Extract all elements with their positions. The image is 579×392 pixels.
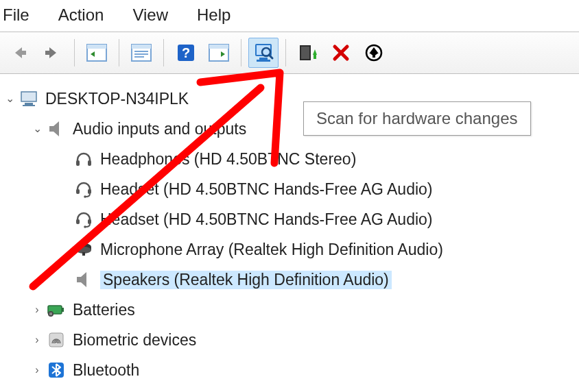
svg-rect-31: [23, 105, 35, 106]
svg-rect-20: [301, 47, 309, 59]
arrow-left-icon: [10, 43, 29, 62]
headset-icon: [73, 208, 95, 230]
tooltip: Scan for hardware changes: [303, 101, 531, 136]
svg-rect-6: [134, 53, 148, 55]
tree-item-label: Audio inputs and outputs: [73, 121, 246, 137]
menu-file[interactable]: File: [3, 5, 29, 25]
pane-action-icon: [209, 44, 229, 62]
svg-line-18: [269, 55, 272, 58]
svg-rect-30: [25, 103, 33, 105]
svg-rect-28: [373, 52, 375, 58]
toolbar-separator: [163, 39, 164, 66]
svg-rect-38: [76, 219, 80, 224]
tree-item-headset[interactable]: Headset (HD 4.50BTNC Hands-Free AG Audio…: [0, 204, 579, 234]
tree-item-label: Headset (HD 4.50BTNC Hands-Free AG Audio…: [100, 182, 432, 197]
toolbar-separator: [74, 39, 75, 66]
help-button[interactable]: ?: [171, 38, 201, 68]
arrow-right-icon: [43, 43, 62, 62]
speaker-icon: [73, 269, 95, 291]
uninstall-icon: [331, 43, 351, 62]
svg-rect-35: [76, 189, 80, 194]
show-hide-tree-button[interactable]: [82, 38, 112, 68]
svg-rect-39: [88, 219, 91, 224]
bluetooth-icon: [45, 359, 67, 381]
properties-icon: [131, 44, 152, 62]
menu-action[interactable]: Action: [58, 5, 104, 25]
speaker-icon: [45, 118, 67, 140]
tree-item-label: DESKTOP-N34IPLK: [45, 91, 189, 107]
menu-view[interactable]: View: [132, 5, 168, 25]
menu-bar: File Action View Help: [0, 0, 579, 32]
svg-marker-32: [49, 121, 59, 136]
svg-marker-27: [370, 47, 378, 53]
expand-icon[interactable]: ›: [30, 304, 44, 315]
tree-category-biometric[interactable]: › Biometric devices: [0, 325, 579, 355]
headphones-icon: [73, 148, 95, 170]
svg-point-40: [84, 225, 86, 228]
svg-rect-4: [132, 45, 151, 49]
svg-rect-15: [259, 58, 268, 60]
tooltip-text: Scan for hardware changes: [316, 109, 518, 127]
svg-rect-22: [314, 55, 316, 59]
tree-category-batteries[interactable]: › Batteries: [0, 295, 579, 325]
svg-rect-5: [134, 51, 148, 52]
scan-icon: [252, 42, 274, 63]
svg-rect-16: [257, 60, 270, 62]
microphone-icon: [73, 238, 95, 260]
tree-item-label: Headphones (HD 4.50BTNC Stereo): [100, 151, 356, 167]
tree-item-headset[interactable]: Headset (HD 4.50BTNC Hands-Free AG Audio…: [0, 174, 579, 204]
disable-button[interactable]: [359, 38, 389, 68]
svg-text:?: ?: [182, 45, 190, 60]
tree-item-label: Batteries: [73, 302, 135, 318]
tree-item-label: Bluetooth: [73, 363, 139, 378]
help-icon: ?: [176, 43, 196, 62]
properties-button[interactable]: [126, 38, 156, 68]
svg-point-37: [84, 195, 86, 198]
update-driver-button[interactable]: [293, 38, 323, 68]
battery-icon: [45, 299, 67, 321]
expand-icon[interactable]: ›: [30, 334, 44, 345]
svg-marker-45: [77, 272, 86, 287]
tree-item-speakers[interactable]: Speakers (Realtek High Definition Audio): [0, 265, 579, 295]
uninstall-button[interactable]: [326, 38, 356, 68]
svg-rect-50: [49, 333, 63, 347]
update-driver-icon: [298, 42, 318, 63]
svg-marker-21: [313, 49, 317, 55]
toolbar: ?: [0, 32, 579, 74]
svg-rect-1: [87, 45, 106, 49]
svg-rect-49: [49, 313, 52, 315]
svg-rect-36: [88, 189, 91, 194]
svg-rect-34: [88, 160, 91, 166]
tree-item-label: Headset (HD 4.50BTNC Hands-Free AG Audio…: [100, 212, 432, 228]
svg-rect-44: [82, 252, 85, 256]
collapse-icon[interactable]: ⌄: [3, 93, 16, 104]
back-button[interactable]: [4, 38, 34, 68]
tree-item-label: Microphone Array (Realtek High Definitio…: [100, 242, 443, 258]
toolbar-separator: [241, 39, 241, 66]
computer-icon: [18, 88, 40, 110]
pane-tree-icon: [86, 44, 107, 62]
tree-item-label: Biometric devices: [73, 332, 196, 348]
show-hide-action-button[interactable]: [204, 38, 234, 68]
forward-button[interactable]: [37, 38, 67, 68]
collapse-icon[interactable]: ⌄: [30, 123, 44, 134]
disable-icon: [364, 43, 383, 62]
toolbar-separator: [285, 39, 286, 66]
tree-item-microphone[interactable]: Microphone Array (Realtek High Definitio…: [0, 234, 579, 265]
menu-help[interactable]: Help: [197, 5, 231, 25]
tree-category-bluetooth[interactable]: › Bluetooth: [0, 355, 579, 385]
tree-item-label: Speakers (Realtek High Definition Audio): [100, 271, 392, 289]
headset-icon: [73, 178, 95, 200]
svg-rect-47: [62, 308, 64, 312]
fingerprint-icon: [45, 329, 67, 351]
svg-rect-11: [209, 45, 228, 49]
expand-icon[interactable]: ›: [30, 365, 44, 376]
svg-rect-33: [76, 160, 80, 166]
toolbar-separator: [119, 39, 119, 66]
svg-rect-7: [134, 56, 144, 58]
svg-rect-29: [21, 92, 36, 101]
scan-hardware-button[interactable]: [248, 38, 279, 68]
tree-item-headphones[interactable]: Headphones (HD 4.50BTNC Stereo): [0, 144, 579, 174]
